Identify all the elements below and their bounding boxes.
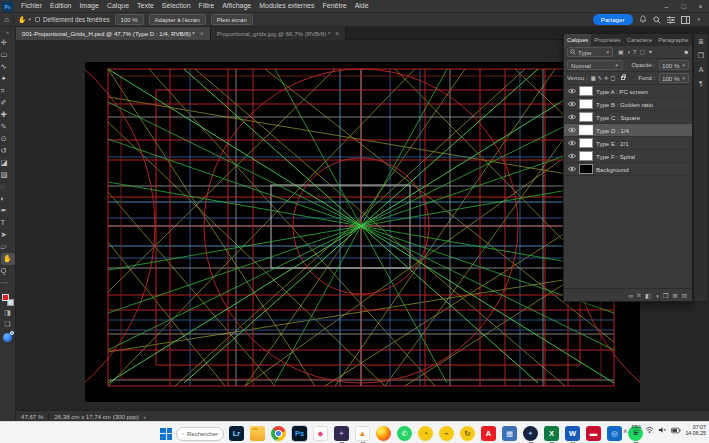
close-button[interactable]: × [692, 0, 709, 13]
color-swatches[interactable] [2, 294, 14, 306]
tab-proprietes[interactable]: Propriétés [591, 34, 623, 46]
delete-layer-icon[interactable]: ⊟ [682, 292, 687, 299]
language-indicator[interactable]: FRASF [631, 425, 641, 436]
layer-row[interactable]: Type A : PC screen [564, 85, 692, 98]
opacity-field[interactable]: 100 % ▼ [659, 60, 689, 70]
scroll-all-windows-checkbox[interactable] [35, 17, 40, 22]
app-firefox[interactable] [375, 425, 392, 442]
move-tool[interactable]: ✛ [1, 37, 15, 49]
windows-start-button[interactable] [160, 428, 172, 440]
gradient-tool[interactable]: ▨ [1, 169, 15, 181]
menu-image[interactable]: Image [75, 0, 102, 12]
filter-shape-layers-icon[interactable]: ▢ [640, 49, 645, 55]
eraser-tool[interactable]: ◪ [1, 157, 15, 169]
path-selection-tool[interactable]: ➤ [1, 229, 15, 241]
menu-modules-externes[interactable]: Modules externes [255, 0, 318, 12]
bell-icon[interactable] [639, 15, 647, 24]
taskbar-search-input[interactable]: Rechercher [176, 427, 224, 441]
layer-group-icon[interactable]: ❒ [663, 292, 669, 299]
status-chevron-icon[interactable]: › [144, 413, 146, 420]
zoom-level-field[interactable]: 47,67 % [21, 413, 43, 420]
creative-cloud-sphere-icon[interactable] [3, 333, 12, 342]
close-icon[interactable]: × [335, 30, 339, 37]
tab-paragraphe[interactable]: Paragraphe [655, 34, 691, 46]
tab-psd-document[interactable]: 001-Proportional_Grids_H.psd @ 47,7% (Ty… [16, 27, 211, 40]
layer-thumbnail[interactable] [579, 151, 593, 161]
layer-thumbnail[interactable] [579, 138, 593, 148]
app-excel[interactable]: X [543, 425, 560, 442]
healing-brush-tool[interactable]: ✚ [1, 109, 15, 121]
layer-visibility-eye-icon[interactable] [567, 153, 576, 159]
app-word[interactable]: W [564, 425, 581, 442]
brush-tool[interactable]: ✎ [1, 121, 15, 133]
filter-type-layers-icon[interactable]: T [633, 49, 637, 55]
character-panel-icon[interactable]: A [699, 66, 704, 74]
screen-mode-icon[interactable]: ❏ [4, 320, 10, 328]
layer-visibility-eye-icon[interactable] [567, 127, 576, 133]
zoom-100-button[interactable]: 100 % [115, 14, 144, 25]
blur-tool[interactable]: ◌ [1, 181, 15, 193]
libraries-panel-icon[interactable]: ❒ [698, 52, 704, 60]
full-screen-button[interactable]: Plein écran [211, 14, 253, 25]
lock-pixels-icon[interactable]: ✎ [598, 75, 602, 81]
link-layers-icon[interactable]: ∞ [628, 292, 633, 299]
tab-calques[interactable]: Calques [564, 34, 591, 46]
menu-edition[interactable]: Edition [46, 0, 75, 12]
app-blue[interactable]: ◎ [606, 425, 623, 442]
marquee-tool[interactable]: ▭ [1, 49, 15, 61]
menu-texte[interactable]: Texte [133, 0, 158, 12]
menu-calque[interactable]: Calque [103, 0, 133, 12]
collapse-toolbar-icon[interactable]: » [6, 29, 9, 35]
search-icon[interactable] [653, 16, 661, 24]
layer-thumbnail[interactable] [579, 164, 593, 174]
adjustment-layer-icon[interactable]: ◑ [655, 292, 659, 299]
tray-expand-icon[interactable]: ∧ [623, 427, 627, 434]
tab-caractere[interactable]: Caractère [624, 34, 655, 46]
layer-effects-icon[interactable]: fx [637, 292, 641, 298]
layer-row[interactable]: Type C : Square [564, 111, 692, 124]
app-photos[interactable]: ◆ [312, 425, 329, 442]
app-yellow-3[interactable]: ↻ [459, 425, 476, 442]
magic-wand-tool[interactable]: ✦ [1, 73, 15, 85]
menu-affichage[interactable]: Affichage [218, 0, 255, 12]
pen-tool[interactable]: ✒ [1, 205, 15, 217]
hand-tool-icon[interactable]: ✋ [18, 16, 27, 24]
layer-visibility-eye-icon[interactable] [567, 88, 576, 94]
app-red[interactable]: ▬ [585, 425, 602, 442]
layer-row[interactable]: Type E : 2/1 [564, 137, 692, 150]
dodge-tool[interactable]: ◐ [1, 193, 15, 205]
battery-icon[interactable] [671, 427, 681, 434]
close-icon[interactable]: × [200, 30, 204, 37]
settings-sliders-icon[interactable] [667, 16, 675, 24]
app-vlc[interactable]: ▲ [354, 425, 371, 442]
lock-artboard-icon[interactable]: ▢ [611, 75, 616, 81]
chevron-down-icon[interactable]: ▼ [697, 17, 701, 22]
layer-row[interactable]: Type B : Golden ratio [564, 98, 692, 111]
layer-visibility-eye-icon[interactable] [567, 140, 576, 146]
layer-row[interactable]: Type F : Spiral [564, 150, 692, 163]
app-whatsapp[interactable]: ✆ [396, 425, 413, 442]
zoom-tool[interactable]: Q [1, 265, 15, 277]
app-photoshop[interactable]: Ps [291, 425, 308, 442]
menu-s-lection[interactable]: Sélection [158, 0, 195, 12]
filter-pixel-layers-icon[interactable]: ▣ [618, 49, 623, 55]
filter-adjustment-layers-icon[interactable]: ◑ [626, 49, 630, 55]
layer-filter-dropdown[interactable]: Type ▼ [567, 47, 613, 57]
lock-position-icon[interactable]: ✛ [604, 75, 608, 81]
edit-toolbar[interactable]: ⋯ [1, 277, 15, 289]
menu-fen-tre[interactable]: Fenêtre [319, 0, 351, 12]
lock-all-icon[interactable] [621, 76, 625, 80]
hand-tool[interactable]: ✋ [1, 253, 15, 265]
volume-icon[interactable] [658, 426, 667, 434]
app-calculator[interactable]: ▦ [501, 425, 518, 442]
menu-aide[interactable]: Aide [351, 0, 373, 12]
clone-stamp-tool[interactable]: ⊙ [1, 133, 15, 145]
app-browser[interactable] [270, 425, 287, 442]
layer-thumbnail[interactable] [579, 125, 593, 135]
layer-visibility-eye-icon[interactable] [567, 101, 576, 107]
app-yellow-2[interactable]: ⌁ [438, 425, 455, 442]
workspace-layout-icon[interactable] [681, 16, 690, 24]
share-button[interactable]: Partager [593, 14, 633, 25]
menu-fichier[interactable]: Fichier [17, 0, 46, 12]
layer-thumbnail[interactable] [579, 112, 593, 122]
